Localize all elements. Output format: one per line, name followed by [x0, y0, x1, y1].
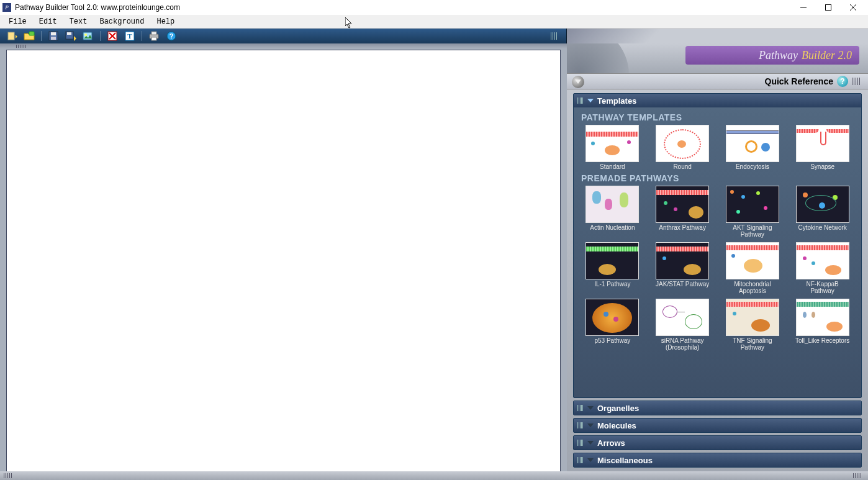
thumbnail-label: Actin Nucleation [590, 224, 635, 232]
quick-reference-help-icon[interactable]: ? [837, 76, 848, 87]
panel-miscellaneous: Miscellaneous [573, 453, 862, 468]
quick-reference-bar: Quick Reference ? [567, 73, 868, 89]
panel-title: Organelles [597, 404, 639, 413]
save-icon[interactable] [47, 30, 60, 42]
template-item[interactable]: Standard [579, 125, 646, 171]
premade-item[interactable]: NF-KappaB Pathway [789, 242, 856, 295]
svg-rect-4 [8, 32, 14, 40]
menu-text[interactable]: Text [63, 16, 94, 27]
svg-rect-11 [67, 32, 71, 35]
svg-marker-12 [74, 36, 76, 41]
thumbnail-icon [585, 125, 639, 162]
maximize-button[interactable] [816, 1, 841, 14]
thumbnail-icon [796, 299, 849, 336]
canvas-pane [0, 43, 567, 480]
panel-grip-icon [548, 30, 561, 42]
thumbnail-icon [656, 299, 709, 336]
menu-background[interactable]: Background [93, 16, 150, 27]
thumbnail-icon [585, 186, 639, 223]
svg-rect-1 [826, 5, 831, 11]
print-icon[interactable] [147, 30, 161, 42]
premade-item[interactable]: Cytokine Network [789, 186, 856, 238]
template-item[interactable]: Endocytosis [719, 125, 787, 171]
thumbnail-label: JAK/STAT Pathway [656, 281, 709, 288]
close-button[interactable] [841, 1, 866, 14]
panel-header-molecules[interactable]: Molecules [574, 419, 861, 432]
thumbnail-label: p53 Pathway [594, 337, 630, 345]
premade-item[interactable]: Actin Nucleation [579, 186, 646, 238]
thumbnail-label: NF-KappaB Pathway [794, 281, 851, 295]
toolbar: T ? [0, 29, 567, 43]
svg-rect-9 [51, 37, 56, 40]
premade-item[interactable]: JAK/STAT Pathway [649, 242, 717, 295]
thumbnail-label: siRNA Pathway (Drosophila) [654, 337, 711, 351]
drawing-canvas[interactable] [6, 50, 561, 478]
thumbnail-label: Round [673, 163, 691, 171]
premade-item[interactable]: p53 Pathway [579, 299, 646, 351]
chevron-down-icon [587, 441, 594, 445]
premade-item[interactable]: siRNA Pathway (Drosophila) [649, 299, 717, 351]
section-pathway-templates: PATHWAY TEMPLATES [581, 112, 859, 122]
thumbnail-icon [656, 242, 709, 279]
svg-rect-22 [151, 37, 156, 40]
premade-item[interactable]: Anthrax Pathway [649, 186, 717, 238]
window-titlebar: P Pathway Builder Tool 2.0: www.proteinl… [0, 0, 868, 15]
thumbnail-label: Anthrax Pathway [659, 224, 706, 232]
side-pane: Pathway Builder 2.0 Quick Reference ? Te… [567, 43, 868, 480]
export-image-icon[interactable] [81, 30, 95, 42]
toolbar-separator [100, 31, 101, 41]
thumbnail-icon [585, 299, 639, 336]
premade-item[interactable]: Toll_Like Receptors [789, 299, 856, 351]
menu-edit[interactable]: Edit [33, 16, 63, 27]
side-header-top-strip [567, 29, 868, 43]
premade-item[interactable]: Mitochondrial Apoptosis [719, 242, 787, 295]
section-premade-pathways: PREMADE PATHWAYS [581, 173, 859, 183]
panel-title: Arrows [597, 438, 625, 448]
toolbar-separator [41, 31, 42, 41]
template-item[interactable]: Synapse [789, 125, 856, 171]
svg-point-14 [84, 34, 87, 36]
panel-header-miscellaneous[interactable]: Miscellaneous [574, 453, 861, 467]
grip-icon [577, 457, 584, 463]
premade-item[interactable]: AKT Signaling Pathway [719, 186, 787, 238]
menu-file[interactable]: File [2, 16, 33, 27]
panel-header-organelles[interactable]: Organelles [574, 401, 861, 415]
panel-title: Miscellaneous [597, 456, 653, 465]
panel-title: Templates [597, 96, 636, 106]
thumbnail-label: Cytokine Network [798, 224, 846, 232]
panel-templates: Templates PATHWAY TEMPLATES [573, 93, 862, 398]
save-as-icon[interactable] [64, 30, 78, 42]
svg-marker-5 [16, 35, 17, 38]
delete-icon[interactable] [106, 30, 119, 42]
help-icon[interactable]: ? [165, 30, 178, 42]
panel-header-templates[interactable]: Templates [574, 94, 861, 107]
app-icon: P [2, 3, 11, 12]
brand-word-1: Pathway [759, 49, 798, 62]
panel-header-arrows[interactable]: Arrows [574, 436, 861, 450]
thumbnail-icon [656, 186, 709, 223]
premade-item[interactable]: IL-1 Pathway [579, 242, 646, 295]
brand-logo: Pathway Builder 2.0 [685, 46, 859, 65]
chevron-down-icon [587, 406, 594, 410]
grip-icon [852, 78, 861, 85]
svg-marker-25 [575, 79, 581, 84]
minimize-button[interactable] [791, 1, 816, 14]
side-header: Pathway Builder 2.0 [567, 43, 868, 73]
window-title: Pathway Builder Tool 2.0: www.proteinlou… [15, 3, 791, 12]
thumbnail-icon [726, 125, 779, 162]
new-file-icon[interactable] [5, 30, 19, 42]
thumbnail-label: Mitochondrial Apoptosis [724, 281, 781, 295]
thumbnail-label: Endocytosis [736, 163, 769, 171]
menu-help[interactable]: Help [150, 16, 181, 27]
svg-text:?: ? [170, 32, 174, 40]
premade-item[interactable]: TNF Signaling Pathway [719, 299, 787, 351]
thumbnail-label: IL-1 Pathway [594, 281, 630, 288]
collapse-orb-icon[interactable] [572, 76, 584, 88]
open-file-icon[interactable] [22, 30, 36, 42]
grip-icon [577, 405, 584, 411]
template-item[interactable]: Round [649, 125, 717, 171]
thumbnail-label: Standard [600, 163, 625, 171]
text-tool-icon[interactable]: T [123, 30, 137, 42]
brand-word-2: Builder 2.0 [802, 49, 852, 62]
thumbnail-icon [726, 242, 779, 279]
